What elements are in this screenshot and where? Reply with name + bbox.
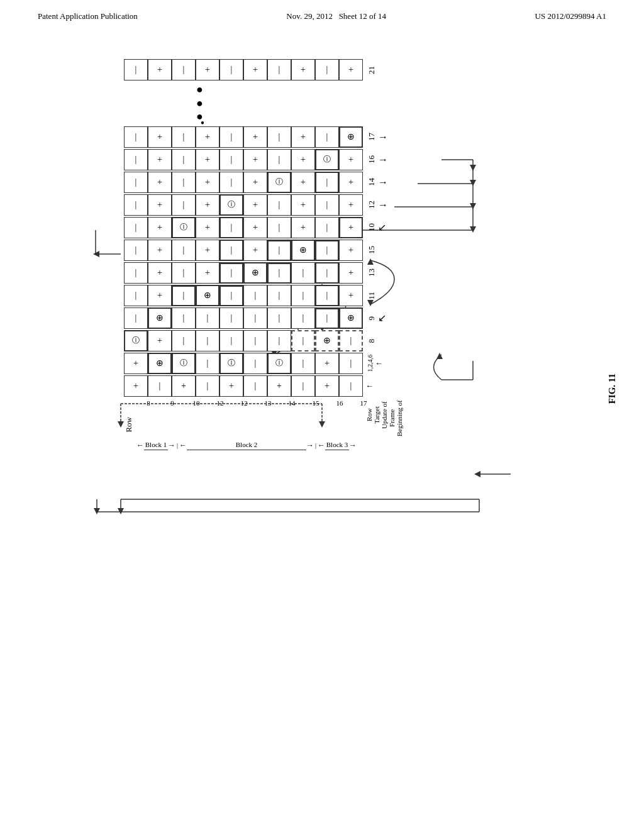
cell: | xyxy=(243,375,267,397)
cell: | xyxy=(315,126,339,148)
block-labels: ← Block 1 → | ← Block 2 → | ← Block 3 → xyxy=(136,441,403,450)
row-num: 8 xyxy=(136,399,160,437)
cell: + xyxy=(124,353,148,374)
row-17: | + | + | + | + | ⊕ 17 → xyxy=(124,126,624,148)
cell: + xyxy=(148,59,172,80)
row-num: 14 xyxy=(280,399,304,437)
cell: + xyxy=(148,126,172,148)
row-label-8: 8 xyxy=(367,339,377,343)
row-10: | + Ⓘ + | + | + | + 10 ↙ xyxy=(124,217,624,238)
beginning-label: Beginning of Frame xyxy=(391,399,403,437)
cell: + xyxy=(339,262,363,284)
fig-label: FIG. 11 xyxy=(607,374,618,404)
cell: | xyxy=(291,285,315,306)
cell: | xyxy=(219,330,243,351)
cell-top-bold2: | xyxy=(219,285,243,306)
update-label: Update of Target Row xyxy=(375,399,388,431)
row-15: | + | + | + | ⊕ | + 15 xyxy=(124,240,624,261)
cell: | xyxy=(291,353,315,374)
svg-marker-33 xyxy=(474,471,480,477)
cell: + xyxy=(243,240,267,261)
cell: + xyxy=(243,194,267,216)
cell-pipe-bold: | xyxy=(315,172,339,193)
cell: + xyxy=(243,59,267,80)
cell-pipe-bold: | xyxy=(219,240,243,261)
cell: | xyxy=(267,307,291,329)
cell: | xyxy=(219,59,243,80)
cell-pipe-bold: | xyxy=(315,262,339,284)
bottom-labels: Row 8 9 10 12 12 13 14 15 16 17 Update o… xyxy=(124,399,624,450)
row-num: 16 xyxy=(328,399,352,437)
svg-marker-28 xyxy=(118,421,124,428)
cell: + xyxy=(339,149,363,170)
cell: | xyxy=(267,217,291,238)
cell: | xyxy=(243,353,267,374)
row-num: 12 xyxy=(232,399,256,437)
cell: | xyxy=(172,59,196,80)
cell: | xyxy=(172,307,196,329)
header-right: US 2012/0299894 A1 xyxy=(535,11,606,21)
cell: + xyxy=(196,194,219,216)
cell-oplus-circled: Ⓘ xyxy=(315,149,339,170)
cell: | xyxy=(172,126,196,148)
cell-oplus: ⊕ xyxy=(148,307,172,329)
cell: + xyxy=(148,330,172,351)
cell: | xyxy=(219,172,243,193)
cell: + xyxy=(148,149,172,170)
row-label-17: 17 xyxy=(367,133,377,141)
cell: | xyxy=(219,307,243,329)
arrow-block2-left: ← xyxy=(179,441,187,450)
cell: + xyxy=(196,217,219,238)
cell-oplus-circled2: Ⓘ xyxy=(219,353,243,374)
cell: | xyxy=(124,285,148,306)
row-label-1246: 1,2,4,6 xyxy=(367,355,374,372)
cell: | xyxy=(196,307,219,329)
block3-label: Block 3 xyxy=(325,441,349,450)
cell-oplus-arrow: ⊕ xyxy=(291,240,315,261)
row-8: Ⓘ + | | | | | | ⊕ | 8 xyxy=(124,330,624,351)
cell: | xyxy=(172,194,196,216)
arrow-17: → xyxy=(378,131,388,143)
cell: + xyxy=(148,217,172,238)
cell: + xyxy=(196,126,219,148)
cell: | xyxy=(124,172,148,193)
cell: + xyxy=(196,149,219,170)
cell: + xyxy=(315,375,339,397)
cell: + xyxy=(339,194,363,216)
cell-oplus: ⊕ xyxy=(339,307,363,329)
cell-top-bold2: | xyxy=(267,262,291,284)
cell-pipe-dash: | xyxy=(291,330,315,351)
cell: | xyxy=(267,285,291,306)
cell: | xyxy=(124,240,148,261)
cell: + xyxy=(148,172,172,193)
cell: | xyxy=(243,330,267,351)
cell-plus-bold: + xyxy=(339,217,363,238)
cell: | xyxy=(172,172,196,193)
cell: + xyxy=(124,375,148,397)
cell-oplus-circled: Ⓘ xyxy=(219,194,243,216)
arrow-block2-right: → xyxy=(306,441,314,450)
row-label-11: 11 xyxy=(367,292,377,300)
cell: + xyxy=(291,217,315,238)
cell: | xyxy=(267,194,291,216)
cell: | xyxy=(291,307,315,329)
cell: | xyxy=(267,126,291,148)
cell: + xyxy=(148,240,172,261)
cell: + xyxy=(148,285,172,306)
cell-oplus-circled: Ⓘ xyxy=(172,353,196,374)
cell: | xyxy=(219,126,243,148)
arrow-9: ↙ xyxy=(378,312,386,324)
cell: + xyxy=(148,262,172,284)
row-label-9: 9 xyxy=(367,316,377,321)
cell: | xyxy=(124,126,148,148)
cell-oplus-circled: Ⓘ xyxy=(267,172,291,193)
row-label-10: 10 xyxy=(367,223,377,231)
row-1246: + ⊕ Ⓘ | Ⓘ | Ⓘ | + | 1,2,4,6 ← xyxy=(124,353,624,374)
row-label-13: 13 xyxy=(367,268,377,277)
arrow-1246: ← xyxy=(375,358,383,368)
row-14: | + | + | + Ⓘ + | + 14 → xyxy=(124,172,624,193)
cell: + xyxy=(291,172,315,193)
cell: + xyxy=(219,375,243,397)
cell-oplus-arrow: ⊕ xyxy=(243,262,267,284)
cell: | xyxy=(172,149,196,170)
